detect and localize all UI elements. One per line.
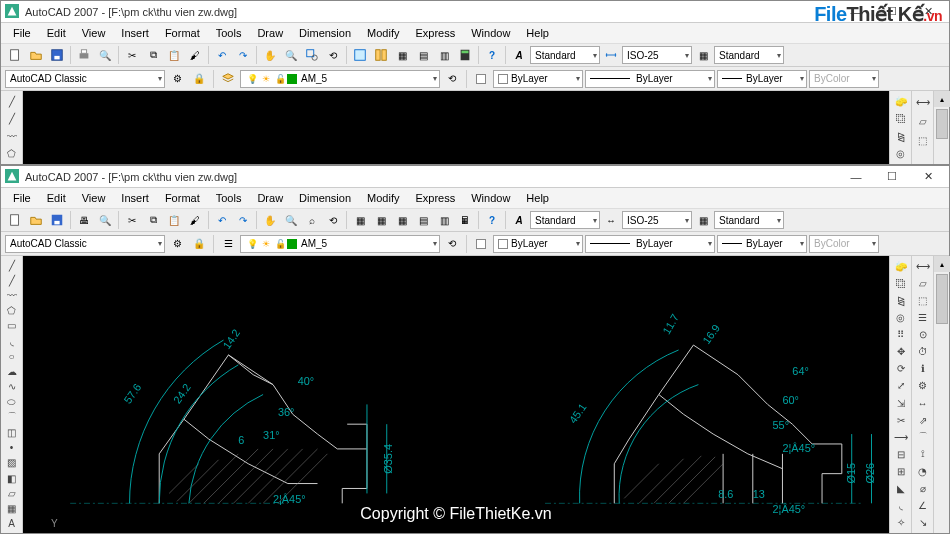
area-icon[interactable]: ▱ (913, 112, 933, 130)
block-icon[interactable]: ◫ (2, 425, 22, 439)
scale-icon[interactable]: ⤢ (891, 378, 911, 394)
save-icon[interactable] (47, 210, 67, 230)
dim-dia-icon[interactable]: ⌀ (913, 481, 933, 497)
menu-help[interactable]: Help (520, 190, 555, 206)
offset-icon[interactable]: ◎ (891, 309, 911, 325)
linetype-dropdown[interactable]: ByLayer (585, 235, 715, 253)
dim-rad-icon[interactable]: ◔ (913, 464, 933, 480)
zoom-rt-icon[interactable]: 🔍 (281, 210, 301, 230)
hatch-icon[interactable]: ▨ (2, 456, 22, 470)
zoom-win-icon[interactable]: ⌕ (302, 210, 322, 230)
pan-icon[interactable]: ✋ (260, 45, 280, 65)
menu-express[interactable]: Express (409, 190, 461, 206)
ws-lock-icon[interactable]: 🔒 (189, 234, 209, 254)
tablestyle-icon[interactable]: ▦ (693, 45, 713, 65)
id-icon[interactable]: ⊙ (913, 327, 933, 343)
scroll-up-icon[interactable]: ▴ (934, 256, 950, 272)
layerprev-icon[interactable]: ⟲ (442, 69, 462, 89)
copy-icon[interactable]: ⧉ (143, 210, 163, 230)
dcenter-icon[interactable] (371, 45, 391, 65)
paste-icon[interactable]: 📋 (164, 210, 184, 230)
ws-lock-icon[interactable]: 🔒 (189, 69, 209, 89)
menu-modify[interactable]: Modify (361, 190, 405, 206)
pline-icon[interactable]: 〰 (2, 288, 22, 302)
lineweight-dropdown[interactable]: ByLayer (717, 235, 807, 253)
dim-linear-icon[interactable]: ↔ (913, 395, 933, 411)
layerprev-icon[interactable]: ⟲ (442, 234, 462, 254)
menu-view[interactable]: View (76, 25, 112, 41)
move-icon[interactable]: ✥ (891, 344, 911, 360)
sheetset-icon[interactable]: ▤ (413, 45, 433, 65)
ws-settings-icon[interactable]: ⚙ (167, 234, 187, 254)
menu-dimension[interactable]: Dimension (293, 25, 357, 41)
massprop-icon[interactable]: ⬚ (913, 292, 933, 308)
tablestyle-dropdown[interactable]: Standard (714, 211, 784, 229)
setvar-icon[interactable]: ⚙ (913, 378, 933, 394)
color-dropdown[interactable]: ByLayer (493, 235, 583, 253)
titlebar[interactable]: AutoCAD 2007 - [F:\pm ck\thu vien zw.dwg… (1, 166, 949, 188)
save-icon[interactable] (47, 45, 67, 65)
maximize-button[interactable]: ☐ (875, 167, 909, 187)
textstyle-dropdown[interactable]: Standard (530, 46, 600, 64)
dim-ang-icon[interactable]: ∠ (913, 498, 933, 514)
properties-icon[interactable] (350, 45, 370, 65)
redo-icon[interactable]: ↷ (233, 210, 253, 230)
zoom-prev-icon[interactable]: ⟲ (323, 210, 343, 230)
pline-icon[interactable]: 〰 (2, 128, 22, 145)
color-dropdown[interactable]: ByLayer (493, 70, 583, 88)
textstyle-dropdown[interactable]: Standard (530, 211, 600, 229)
scroll-thumb[interactable] (936, 109, 948, 139)
help-icon[interactable]: ? (482, 210, 502, 230)
trim-icon[interactable]: ✂ (891, 412, 911, 428)
erase-icon[interactable]: 🧽 (891, 93, 911, 110)
menu-tools[interactable]: Tools (210, 190, 248, 206)
dim-arc-icon[interactable]: ⌒ (913, 429, 933, 445)
ws-settings-icon[interactable]: ⚙ (167, 69, 187, 89)
pan-icon[interactable]: ✋ (260, 210, 280, 230)
stretch-icon[interactable]: ⇲ (891, 395, 911, 411)
menu-window[interactable]: Window (465, 25, 516, 41)
menu-file[interactable]: File (7, 25, 37, 41)
help-icon[interactable]: ? (482, 45, 502, 65)
line-icon[interactable]: ╱ (2, 258, 22, 272)
dist-icon[interactable]: ⟷ (913, 93, 933, 111)
dist-icon[interactable]: ⟷ (913, 258, 933, 274)
arc-icon[interactable]: ◟ (2, 334, 22, 348)
tablestyle-icon[interactable]: ▦ (693, 210, 713, 230)
plot-preview-icon[interactable]: 🔍 (95, 210, 115, 230)
layer-dropdown[interactable]: 💡 ☀ 🔓 AM_5 (240, 235, 440, 253)
status-icon[interactable]: ℹ (913, 361, 933, 377)
xline-icon[interactable]: ╱ (2, 111, 22, 128)
rotate-icon[interactable]: ⟳ (891, 361, 911, 377)
scroll-thumb[interactable] (936, 274, 948, 324)
circle-icon[interactable]: ○ (2, 349, 22, 363)
match-icon[interactable]: 🖌 (185, 45, 205, 65)
list-icon[interactable]: ☰ (913, 309, 933, 325)
menu-edit[interactable]: Edit (41, 190, 72, 206)
color-btn[interactable] (471, 69, 491, 89)
polygon-icon[interactable]: ⬠ (2, 304, 22, 318)
menu-help[interactable]: Help (520, 25, 555, 41)
calc-icon[interactable]: 🖩 (455, 210, 475, 230)
menu-insert[interactable]: Insert (115, 190, 155, 206)
dimstyle-icon[interactable] (601, 45, 621, 65)
dimstyle-icon[interactable]: ↔ (601, 210, 621, 230)
array-icon[interactable]: ⠿ (891, 327, 911, 343)
cut-icon[interactable]: ✂ (122, 45, 142, 65)
xline-icon[interactable]: ╱ (2, 273, 22, 287)
undo-icon[interactable]: ↶ (212, 45, 232, 65)
menu-insert[interactable]: Insert (115, 25, 155, 41)
workspace-dropdown[interactable]: AutoCAD Classic (5, 235, 165, 253)
layer-mgr-icon[interactable]: ☰ (218, 234, 238, 254)
gradient-icon[interactable]: ◧ (2, 471, 22, 485)
paste-icon[interactable]: 📋 (164, 45, 184, 65)
close-button[interactable]: ✕ (911, 167, 945, 187)
markup-icon[interactable]: ▥ (434, 210, 454, 230)
sheetset-icon[interactable]: ▤ (413, 210, 433, 230)
new-icon[interactable] (5, 210, 25, 230)
dim-aligned-icon[interactable]: ⇗ (913, 412, 933, 428)
layer-mgr-icon[interactable] (218, 69, 238, 89)
point-icon[interactable]: • (2, 441, 22, 455)
toolpal-icon[interactable]: ▦ (392, 45, 412, 65)
linetype-dropdown[interactable]: ByLayer (585, 70, 715, 88)
